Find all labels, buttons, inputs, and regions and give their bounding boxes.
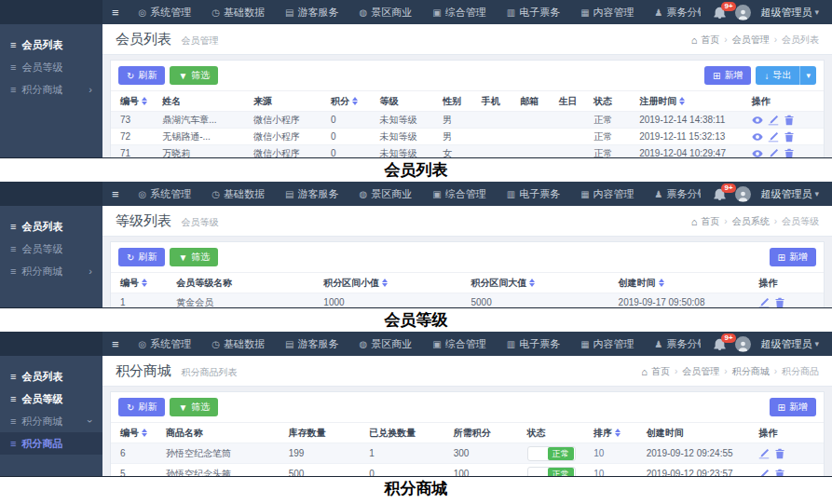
column-header[interactable]: 状态 [524,427,591,440]
status-toggle[interactable]: 正常 [527,467,576,476]
delete-icon[interactable] [774,469,785,477]
add-button[interactable]: ⊞ 新增 [770,248,816,266]
notifications-button[interactable]: 9+ [714,188,726,200]
user-menu[interactable]: 超级管理员 ▾ [760,337,819,351]
refresh-button[interactable]: ↻ 刷新 [118,66,165,85]
nav-item[interactable]: ◷ 基础数据 [201,182,275,206]
column-header[interactable]: 操作 [748,95,818,108]
nav-item[interactable]: ◎ 系统管理 [129,182,202,206]
nav-item[interactable]: ◷ 基础数据 [201,332,275,356]
nav-item[interactable]: ◷ 基础数据 [201,0,275,24]
delete-icon[interactable] [784,131,795,143]
nav-item[interactable]: ◍ 景区商业 [349,332,423,356]
delete-icon[interactable] [784,148,795,158]
nav-item[interactable]: ▥ 电子票务 [497,332,570,356]
nav-item[interactable]: ▦ 内容管理 [570,182,644,206]
column-header[interactable]: 已兑换数量 [365,427,449,440]
breadcrumb-item[interactable]: › 会员管理 [719,34,769,47]
column-header[interactable]: 创建时间 [643,427,755,440]
breadcrumb-item[interactable]: › 会员列表 [770,34,819,47]
nav-item[interactable]: ▦ 内容管理 [570,332,644,356]
column-header[interactable]: 积分 [327,95,376,108]
menu-toggle-icon[interactable]: ≡ [102,182,129,206]
column-header[interactable]: 生日 [555,95,591,108]
breadcrumb-item[interactable]: › 首页 [701,34,719,47]
refresh-button[interactable]: ↻ 刷新 [118,248,165,266]
sidebar-item[interactable]: ≡ 积分商城 › [0,78,102,101]
user-menu[interactable]: 超级管理员 ▾ [760,6,819,20]
column-header[interactable]: 积分区间小值 [320,277,467,290]
nav-item[interactable]: ♟ 票务分销 [645,332,702,356]
column-header[interactable]: 注册时间 [635,95,747,108]
column-header[interactable]: 编号 [116,427,162,440]
column-header[interactable]: 性别 [439,95,477,108]
nav-item[interactable]: ▣ 综合管理 [422,332,496,356]
nav-item[interactable]: ◎ 系统管理 [129,332,202,356]
view-icon[interactable] [752,148,763,158]
delete-icon[interactable] [784,115,795,126]
column-header[interactable]: 排序 [590,427,642,440]
nav-item[interactable]: ▦ 内容管理 [570,0,644,24]
delete-icon[interactable] [774,297,785,308]
column-header[interactable]: 编号 [116,277,172,290]
avatar[interactable] [735,186,751,202]
nav-item[interactable]: ▤ 游客服务 [275,332,348,356]
nav-item[interactable]: ♟ 票务分销 [645,182,702,206]
table-row[interactable]: 72 无锡路通-... 微信小程序 0 未知等级 男 正常 [111,128,824,144]
user-menu[interactable]: 超级管理员 ▾ [760,187,819,201]
sidebar-item[interactable]: ≡ 会员列表 [0,34,102,56]
nav-item[interactable]: ▥ 电子票务 [497,182,570,206]
add-button[interactable]: ⊞ 新增 [770,398,816,416]
table-row[interactable]: 5 孙悟空纪念头箍 500 0 100 正常 [111,463,824,476]
export-button[interactable]: ↓ 导出 [756,66,799,85]
table-row[interactable]: 6 孙悟空纪念笔筒 199 1 300 正常 [111,443,824,463]
breadcrumb-item[interactable]: › 积分商品 [770,365,819,378]
notifications-button[interactable]: 9+ [714,7,726,19]
table-row[interactable]: 1 黄金会员 1000 5000 2019-09-17 09:50:08 [111,293,824,307]
column-header[interactable]: 编号 [116,95,158,108]
sidebar-item[interactable]: ≡ 会员列表 [0,215,102,238]
breadcrumb-item[interactable]: › 首页 [701,215,719,228]
sidebar-item[interactable]: ≡ 会员列表 [0,365,102,388]
edit-icon[interactable] [768,115,779,126]
column-header[interactable]: 商品名称 [162,427,285,440]
filter-button[interactable]: ▼ 筛选 [170,248,218,266]
add-button[interactable]: ⊞ 新增 [704,66,751,85]
nav-item[interactable]: ◎ 系统管理 [129,0,202,24]
column-header[interactable]: 会员等级名称 [172,277,320,290]
avatar[interactable] [735,336,751,352]
column-header[interactable]: 库存数量 [285,427,366,440]
column-header[interactable]: 手机 [478,95,516,108]
menu-toggle-icon[interactable]: ≡ [102,0,129,24]
edit-icon[interactable] [758,448,770,459]
breadcrumb-item[interactable]: › 会员等级 [770,215,819,228]
breadcrumb-item[interactable]: › 首页 [651,365,670,378]
filter-button[interactable]: ▼ 筛选 [170,398,218,416]
refresh-button[interactable]: ↻ 刷新 [118,398,165,416]
notifications-button[interactable]: 9+ [714,338,726,350]
sidebar-item[interactable]: ≡ 积分商城 › [0,260,102,282]
table-row[interactable]: 71 万晓莉 微信小程序 0 未知等级 女 正常 [111,144,824,157]
sidebar-item[interactable]: ≡ 会员等级 [0,56,102,78]
column-header[interactable]: 操作 [755,427,818,440]
breadcrumb-item[interactable]: › 会员管理 [670,365,719,378]
filter-button[interactable]: ▼ 筛选 [170,66,218,85]
nav-item[interactable]: ◍ 景区商业 [349,0,423,24]
column-header[interactable]: 等级 [376,95,440,108]
column-header[interactable]: 邮箱 [516,95,554,108]
view-icon[interactable] [752,131,763,143]
column-header[interactable]: 来源 [250,95,327,108]
edit-icon[interactable] [758,297,770,308]
edit-icon[interactable] [768,148,779,158]
column-header[interactable]: 所需积分 [450,427,524,440]
sidebar-item[interactable]: ≡ 会员等级 [0,388,102,410]
status-toggle[interactable]: 正常 [527,446,576,461]
nav-item[interactable]: ▤ 游客服务 [275,0,348,24]
nav-item[interactable]: ◍ 景区商业 [349,182,423,206]
nav-item[interactable]: ▣ 综合管理 [422,0,496,24]
breadcrumb-item[interactable]: › 积分商城 [719,365,769,378]
table-row[interactable]: 73 鼎湖汽车章... 微信小程序 0 未知等级 男 正常 [111,111,824,128]
view-icon[interactable] [752,115,763,126]
sort-order-link[interactable]: 10 [593,448,604,458]
column-header[interactable]: 状态 [590,95,635,108]
